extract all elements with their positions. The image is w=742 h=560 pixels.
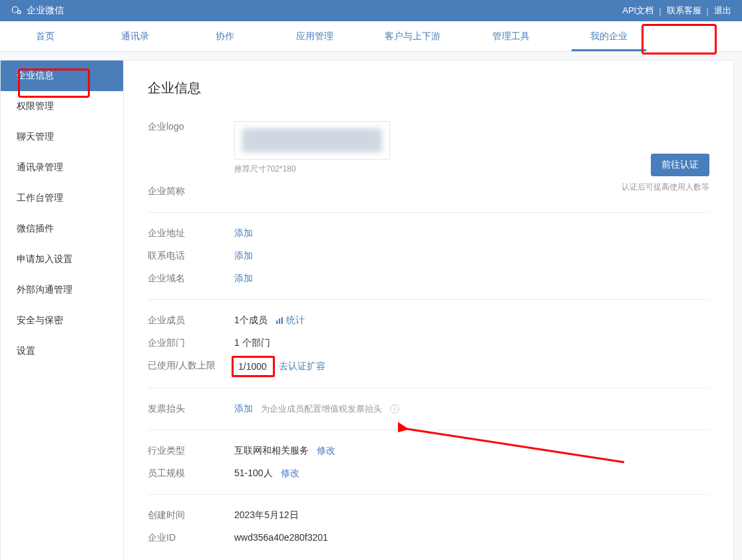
phone-add-link[interactable]: 添加 [234, 250, 253, 262]
divider [148, 494, 709, 495]
industry-value: 互联网和相关服务 [234, 445, 309, 457]
sidebar-item-chat[interactable]: 聊天管理 [1, 122, 123, 152]
corpid-label: 企业ID [148, 532, 234, 544]
svg-rect-4 [281, 317, 283, 324]
domain-add-link[interactable]: 添加 [234, 273, 253, 285]
sidebar-item-contacts-mgmt[interactable]: 通讯录管理 [1, 152, 123, 183]
company-logo-box[interactable] [234, 121, 390, 160]
members-value: 1个成员 [234, 315, 268, 327]
nav-customers[interactable]: 客户与上下游 [359, 21, 466, 51]
nav-home[interactable]: 首页 [0, 21, 90, 51]
domain-label: 企业域名 [148, 273, 234, 285]
logo-label: 企业logo [148, 121, 234, 133]
industry-edit-link[interactable]: 修改 [317, 445, 335, 457]
top-bar: 企业微信 API文档 | 联系客服 | 退出 [0, 0, 742, 21]
main-nav: 首页 通讯录 协作 应用管理 客户与上下游 管理工具 我的企业 [0, 21, 742, 52]
limit-label: 已使用/人数上限 [148, 360, 234, 372]
nav-contacts[interactable]: 通讯录 [90, 21, 180, 51]
nav-apps[interactable]: 应用管理 [270, 21, 359, 51]
svg-rect-2 [276, 321, 278, 324]
address-label: 企业地址 [148, 227, 234, 239]
divider [148, 388, 709, 388]
sidebar-item-external[interactable]: 外部沟通管理 [1, 275, 123, 305]
svg-point-1 [17, 11, 21, 14]
api-docs-link[interactable]: API文档 [622, 5, 653, 17]
separator: | [659, 6, 661, 16]
divider [148, 430, 709, 430]
logo-hint: 推荐尺寸702*180 [234, 164, 390, 175]
cert-hint: 认证后可提高使用人数等 [622, 182, 709, 193]
cert-button[interactable]: 前往认证 [651, 154, 709, 176]
industry-label: 行业类型 [148, 445, 234, 457]
sidebar-item-settings[interactable]: 设置 [1, 336, 123, 366]
invoice-add-link[interactable]: 添加 [234, 403, 253, 415]
address-add-link[interactable]: 添加 [234, 227, 253, 239]
limit-expand-link[interactable]: 去认证扩容 [279, 360, 325, 372]
sidebar-item-security[interactable]: 安全与保密 [1, 305, 123, 336]
contact-link[interactable]: 联系客服 [667, 5, 701, 17]
bar-chart-icon [276, 315, 283, 325]
nav-tools[interactable]: 管理工具 [466, 21, 556, 51]
scale-value: 51-100人 [234, 468, 273, 480]
nav-collab[interactable]: 协作 [180, 21, 270, 51]
page-title: 企业信息 [148, 79, 709, 97]
depts-value: 1 个部门 [234, 337, 270, 349]
members-label: 企业成员 [148, 315, 234, 327]
scale-label: 员工规模 [148, 468, 234, 480]
sidebar-item-join-settings[interactable]: 申请加入设置 [1, 244, 123, 275]
info-icon: i [390, 404, 399, 414]
limit-value: 1/1000 [238, 361, 267, 372]
separator: | [707, 6, 709, 16]
scale-edit-link[interactable]: 修改 [281, 468, 299, 480]
company-logo-blur [242, 128, 382, 152]
divider [148, 299, 709, 300]
sidebar-item-wechat-plugin[interactable]: 微信插件 [1, 213, 123, 244]
members-stats-link[interactable]: 统计 [276, 315, 305, 327]
logout-link[interactable]: 退出 [714, 5, 731, 17]
depts-label: 企业部门 [148, 337, 234, 349]
svg-rect-3 [279, 319, 280, 324]
content: 企业信息 企业logo 推荐尺寸702*180 企业简称 前往认证 认证后可提高… [123, 60, 734, 560]
invoice-hint: 为企业成员配置增值税发票抬头 [261, 403, 382, 415]
sidebar-item-permissions[interactable]: 权限管理 [1, 91, 123, 122]
invoice-label: 发票抬头 [148, 403, 234, 415]
sidebar: 企业信息 权限管理 聊天管理 通讯录管理 工作台管理 微信插件 申请加入设置 外… [0, 60, 123, 560]
sidebar-item-workbench[interactable]: 工作台管理 [1, 183, 123, 213]
divider [148, 212, 709, 213]
top-links: API文档 | 联系客服 | 退出 [622, 5, 731, 17]
phone-label: 联系电话 [148, 250, 234, 262]
created-label: 创建时间 [148, 509, 234, 521]
nav-my-company[interactable]: 我的企业 [556, 21, 662, 51]
created-value: 2023年5月12日 [234, 509, 299, 521]
wecom-logo-icon [11, 5, 23, 17]
corpid-value: wwd356a40e280f3201 [234, 532, 328, 543]
shortname-label: 企业简称 [148, 186, 234, 198]
brand-name: 企业微信 [27, 5, 64, 17]
sidebar-item-company-info[interactable]: 企业信息 [1, 61, 123, 91]
